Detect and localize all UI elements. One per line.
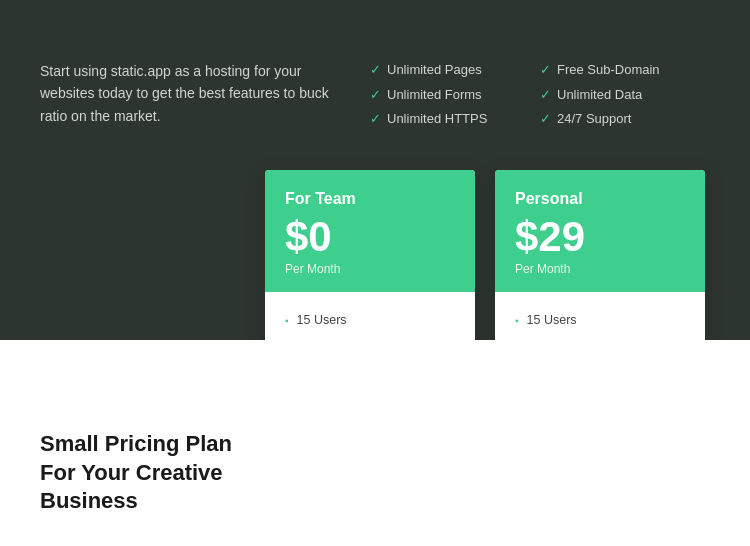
card-free-price: $0	[285, 216, 455, 258]
feature-left-2: Unlimited HTTPS	[387, 107, 487, 132]
feature-item: ✓ Unlimited Forms	[370, 83, 487, 108]
tagline-line2: For Your Creative	[40, 459, 232, 488]
feature-right-2: 24/7 Support	[557, 107, 631, 132]
feature-item: 15 Users	[515, 308, 685, 333]
check-icon: ✓	[370, 107, 381, 132]
feature-item: ✓ Unlimited HTTPS	[370, 107, 487, 132]
feature-left-0: Unlimited Pages	[387, 58, 482, 83]
card-personal-header: Personal $29 Per Month	[495, 170, 705, 292]
feature-item: ✓ Free Sub-Domain	[540, 58, 660, 83]
card-personal-title: Personal	[515, 190, 685, 208]
features-right: ✓ Free Sub-Domain ✓ Unlimited Data ✓ 24/…	[540, 58, 660, 132]
feature-item: ✓ Unlimited Data	[540, 83, 660, 108]
feature-right-1: Unlimited Data	[557, 83, 642, 108]
feature-item: 15 Users	[285, 308, 455, 333]
top-section: Start using static.app as a hosting for …	[0, 0, 750, 340]
feature-right-0: Free Sub-Domain	[557, 58, 660, 83]
card-free-header: For Team $0 Per Month	[265, 170, 475, 292]
features-left: ✓ Unlimited Pages ✓ Unlimited Forms ✓ Un…	[370, 58, 487, 132]
card-free-title: For Team	[285, 190, 455, 208]
check-icon: ✓	[370, 58, 381, 83]
feature-left-1: Unlimited Forms	[387, 83, 482, 108]
card-personal-period: Per Month	[515, 262, 685, 276]
tagline-line3: Business	[40, 487, 232, 516]
feature-item: ✓ 24/7 Support	[540, 107, 660, 132]
card-free-period: Per Month	[285, 262, 455, 276]
card-personal-price: $29	[515, 216, 685, 258]
tagline-line1: Small Pricing Plan	[40, 430, 232, 459]
bottom-section: Small Pricing Plan For Your Creative Bus…	[0, 340, 750, 546]
check-icon: ✓	[540, 107, 551, 132]
feature-item: ✓ Unlimited Pages	[370, 58, 487, 83]
check-icon: ✓	[370, 83, 381, 108]
intro-text: Start using static.app as a hosting for …	[40, 60, 330, 127]
check-icon: ✓	[540, 58, 551, 83]
check-icon: ✓	[540, 83, 551, 108]
bottom-tagline: Small Pricing Plan For Your Creative Bus…	[40, 430, 232, 516]
